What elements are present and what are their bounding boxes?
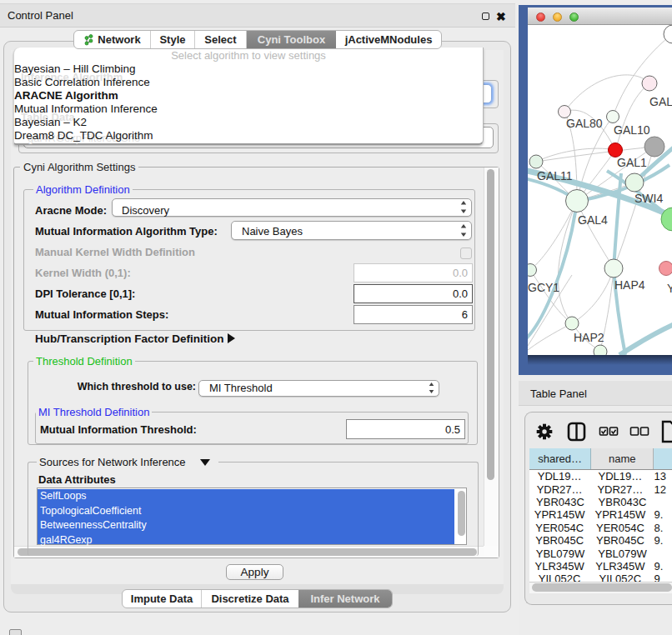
svg-text:GCY1: GCY1 — [528, 281, 559, 294]
svg-text:GAL80: GAL80 — [566, 117, 603, 130]
svg-text:GAL10: GAL10 — [614, 123, 650, 137]
svg-text:GAL4: GAL4 — [578, 213, 608, 227]
svg-text:Y: Y — [667, 282, 672, 295]
svg-text:GAL11: GAL11 — [537, 169, 573, 182]
svg-text:GAL1: GAL1 — [617, 156, 647, 169]
svg-text:HAP2: HAP2 — [574, 331, 604, 344]
svg-text:GAL: GAL — [649, 95, 672, 108]
svg-text:SWI4: SWI4 — [634, 192, 663, 205]
svg-text:HAP4: HAP4 — [614, 278, 645, 292]
